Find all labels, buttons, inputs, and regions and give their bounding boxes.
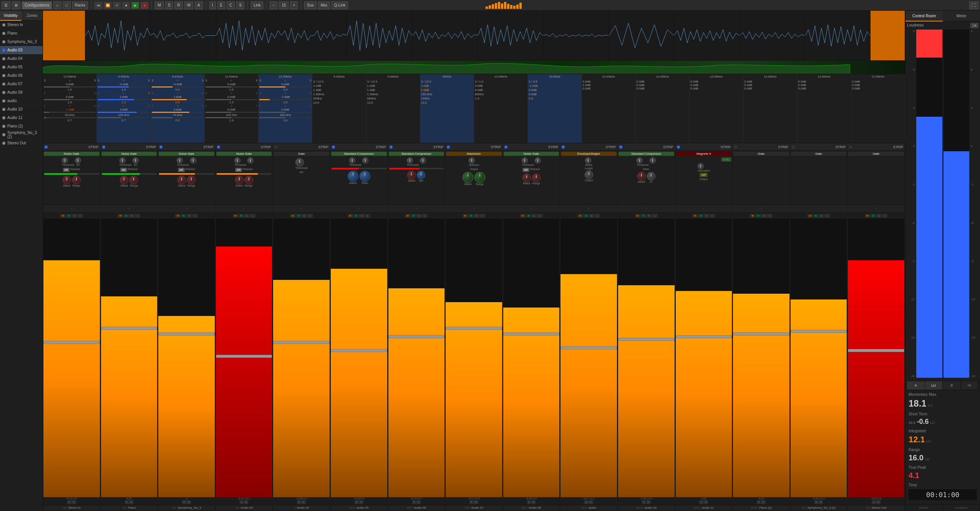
waveform-track-11[interactable] bbox=[740, 11, 805, 60]
strip-plugin-4[interactable]: Noise Gate bbox=[216, 152, 272, 156]
knob-threshold-11[interactable] bbox=[637, 157, 643, 164]
knob-sat-12[interactable] bbox=[698, 163, 704, 169]
knob-range-2[interactable] bbox=[129, 176, 138, 184]
knob-range-3[interactable] bbox=[187, 176, 196, 184]
ch-w-btn-8[interactable]: W bbox=[474, 500, 478, 504]
ch-mute-11[interactable]: M bbox=[635, 214, 640, 218]
tab-meter[interactable]: Meter bbox=[943, 11, 980, 21]
ch-solo-4[interactable]: S bbox=[239, 214, 244, 218]
ch-w-btn-6[interactable]: W bbox=[359, 500, 363, 504]
knob-output-10[interactable] bbox=[585, 170, 593, 179]
strip-plugin-10[interactable]: EnvelopeShaper bbox=[561, 152, 617, 156]
ch-e-6[interactable]: E bbox=[359, 214, 365, 218]
ch-e-2[interactable]: E bbox=[129, 214, 134, 218]
ch-l-3[interactable]: L bbox=[192, 214, 198, 218]
ch-e-8[interactable]: E bbox=[474, 214, 479, 218]
plus-btn[interactable]: + bbox=[290, 2, 298, 9]
ch-solo-2[interactable]: S bbox=[123, 214, 129, 218]
sidebar-item-stereo-out[interactable]: Stereo Out bbox=[0, 139, 43, 147]
ch-w-btn-2[interactable]: W bbox=[129, 500, 134, 504]
home-btn[interactable]: ⌂ bbox=[53, 2, 61, 9]
knob-sc-2[interactable] bbox=[133, 157, 139, 164]
ch-l-8[interactable]: L bbox=[480, 214, 485, 218]
sidebar-item-audio[interactable]: audio bbox=[0, 97, 43, 105]
sidebar-item-audio07[interactable]: Audio 07 bbox=[0, 80, 43, 88]
ch-w-btn-9[interactable]: W bbox=[531, 500, 536, 504]
s-btn[interactable]: S bbox=[165, 2, 173, 9]
ch-l-1[interactable]: L bbox=[78, 214, 83, 218]
knob-range-1[interactable] bbox=[72, 176, 81, 184]
ch-b-btn-14[interactable]: B bbox=[814, 500, 818, 504]
strip-plugin-12[interactable]: Magneto II bbox=[676, 152, 732, 156]
ch-l-14[interactable]: L bbox=[825, 214, 830, 218]
ch-b-btn-4[interactable]: B bbox=[240, 500, 244, 504]
knob-range-9[interactable] bbox=[532, 174, 541, 182]
minus-btn[interactable]: − bbox=[270, 2, 277, 9]
ch-b-btn-6[interactable]: B bbox=[355, 500, 358, 504]
fader-thumb-5[interactable] bbox=[273, 341, 330, 344]
waveform-track-10[interactable] bbox=[674, 11, 740, 60]
knob-attack-2[interactable] bbox=[120, 176, 128, 184]
knob-sc-7[interactable] bbox=[420, 157, 426, 164]
waveform-track-8[interactable] bbox=[543, 11, 609, 60]
sidebar-item-audio11[interactable]: Audio 11 bbox=[0, 114, 43, 122]
sidebar-item-symphony3[interactable]: Symphony_No_3 bbox=[0, 38, 43, 46]
e-btn[interactable]: E bbox=[217, 2, 226, 9]
ch-w-btn-1[interactable]: W bbox=[71, 500, 76, 504]
ch-mute-8[interactable]: M bbox=[463, 214, 468, 218]
ch-w-btn-12[interactable]: W bbox=[704, 500, 708, 504]
ch-b-btn-2[interactable]: B bbox=[125, 500, 129, 504]
configurations-btn[interactable]: Configurations bbox=[22, 2, 52, 9]
ch-mute-2[interactable]: M bbox=[118, 214, 123, 218]
ch-l-2[interactable]: L bbox=[135, 214, 140, 218]
strip-plugin-13[interactable]: Gate bbox=[733, 152, 789, 156]
ch-mute-15[interactable]: M bbox=[865, 214, 870, 218]
knob-optimize-8[interactable] bbox=[469, 157, 475, 164]
waveform-track-2[interactable] bbox=[151, 11, 216, 60]
fader-thumb-10[interactable] bbox=[560, 346, 617, 349]
ch-w-btn-11[interactable]: W bbox=[646, 500, 651, 504]
qlink-btn[interactable]: Q-Link bbox=[332, 2, 348, 9]
ch-b-btn-5[interactable]: B bbox=[297, 500, 301, 504]
waveform-track-orange-1[interactable] bbox=[43, 11, 85, 60]
ch-l-13[interactable]: L bbox=[767, 214, 773, 218]
ar-btn-4[interactable]: AR bbox=[235, 168, 242, 172]
ch-b-btn-1[interactable]: B bbox=[67, 500, 71, 504]
knob-attack-7[interactable] bbox=[407, 171, 416, 179]
fader-thumb-7[interactable] bbox=[388, 335, 445, 338]
link-btn[interactable]: Link bbox=[251, 2, 263, 9]
knob-sc-11[interactable] bbox=[650, 157, 656, 164]
fader-thumb-3[interactable] bbox=[158, 332, 215, 336]
waveform-track-9[interactable] bbox=[609, 11, 674, 60]
fader-thumb-12[interactable] bbox=[676, 335, 732, 338]
ch-l-5[interactable]: L bbox=[307, 214, 313, 218]
sidebar-item-symphony3-2[interactable]: Symphony_No_3 (2) bbox=[0, 131, 43, 139]
ch-b-btn-8[interactable]: B bbox=[469, 500, 473, 504]
meter-tab-gear[interactable]: ⚙ bbox=[943, 381, 961, 390]
ch-solo-12[interactable]: S bbox=[698, 214, 703, 218]
strip-plugin-14[interactable]: Gate bbox=[791, 152, 847, 156]
ar-btn-3[interactable]: AR bbox=[178, 168, 185, 172]
sidebar-item-audio04[interactable]: Audio 04 bbox=[0, 55, 43, 63]
waveform-track-4[interactable] bbox=[282, 11, 347, 60]
knob-attack-3[interactable] bbox=[177, 176, 186, 184]
waveform-track-orange-2[interactable] bbox=[871, 11, 905, 60]
knob-attack-4[interactable] bbox=[235, 176, 244, 184]
knob-threshold-4[interactable] bbox=[234, 157, 240, 164]
fader-thumb-11[interactable] bbox=[618, 338, 675, 341]
waveform-track-7[interactable] bbox=[478, 11, 543, 60]
ch-solo-8[interactable]: S bbox=[468, 214, 474, 218]
fader-thumb-13[interactable] bbox=[733, 332, 789, 336]
racks-btn[interactable]: Racks bbox=[72, 2, 88, 9]
fader-thumb-14[interactable] bbox=[791, 330, 847, 333]
maximize-btn[interactable]: ⛶ bbox=[969, 2, 978, 9]
knob-ratio-6[interactable] bbox=[360, 171, 370, 182]
ch-mute-12[interactable]: M bbox=[692, 214, 698, 218]
ch-e-9[interactable]: E bbox=[532, 214, 537, 218]
ch-l-7[interactable]: L bbox=[422, 214, 428, 218]
strip-plugin-8[interactable]: Maximizer bbox=[446, 152, 502, 156]
ch-e-12[interactable]: E bbox=[704, 214, 709, 218]
ch-solo-11[interactable]: S bbox=[641, 214, 646, 218]
strip-plugin-2[interactable]: Noise Gate bbox=[101, 152, 157, 156]
knob-attack-1[interactable] bbox=[63, 176, 71, 184]
